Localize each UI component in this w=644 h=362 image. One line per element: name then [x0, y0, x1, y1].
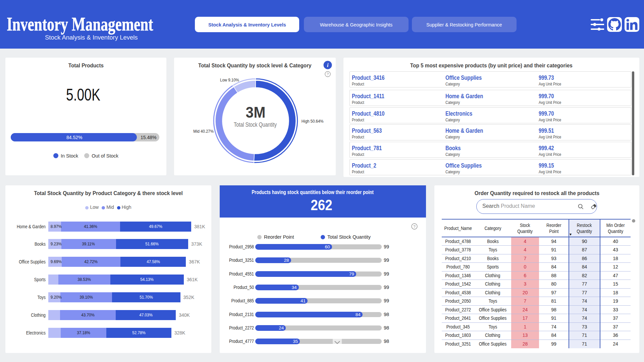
svg-text:i: i	[327, 62, 329, 68]
svg-text:?: ?	[413, 224, 416, 229]
svg-text:?: ?	[327, 72, 329, 76]
